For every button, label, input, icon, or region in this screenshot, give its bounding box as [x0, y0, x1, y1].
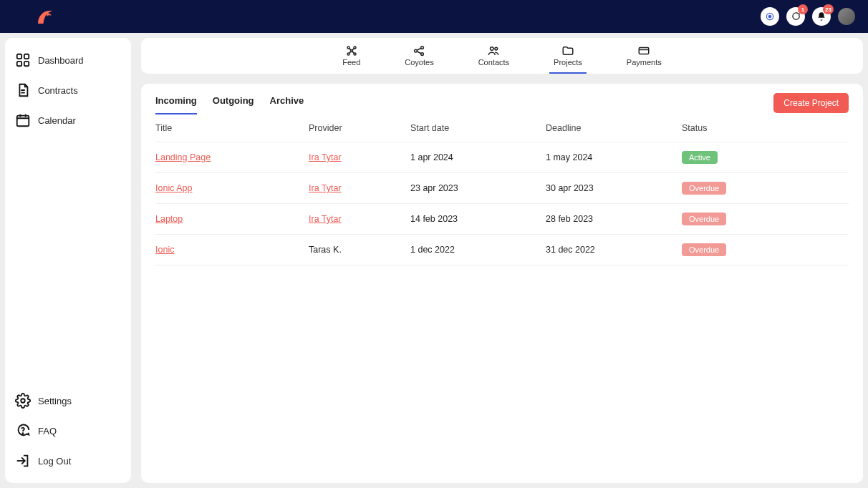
- svg-point-18: [495, 47, 498, 50]
- col-title: Title: [155, 123, 309, 133]
- projects-table: Title Provider Start date Deadline Statu…: [141, 114, 863, 265]
- start-date: 1 dec 2022: [410, 245, 546, 255]
- sub-tabs: Incoming Outgoing Archive: [155, 91, 304, 114]
- folder-icon: [561, 44, 575, 57]
- status-badge: Overdue: [682, 243, 726, 256]
- col-provider: Provider: [309, 123, 410, 133]
- col-deadline: Deadline: [546, 123, 682, 133]
- project-title-link[interactable]: Landing Page: [155, 152, 211, 162]
- col-status: Status: [682, 123, 849, 133]
- status-badge: Active: [682, 151, 718, 164]
- col-start: Start date: [410, 123, 546, 133]
- logout-icon: [15, 453, 31, 469]
- deadline-date: 30 apr 2023: [546, 183, 682, 193]
- nav-tab-label: Contacts: [478, 58, 509, 67]
- nav-tab-contacts[interactable]: Contacts: [474, 38, 513, 74]
- svg-point-12: [354, 53, 356, 55]
- sidebar-item-settings[interactable]: Settings: [5, 386, 131, 416]
- status-badge: Overdue: [682, 213, 726, 225]
- avatar[interactable]: [838, 8, 855, 25]
- nav-tab-payments[interactable]: Payments: [622, 38, 666, 74]
- nav-tab-feed[interactable]: Feed: [338, 38, 365, 74]
- project-title-link[interactable]: Ionic App: [155, 183, 192, 193]
- target-icon-button[interactable]: [761, 7, 779, 26]
- sub-tab-archive[interactable]: Archive: [270, 91, 304, 114]
- nav-tab-label: Projects: [554, 58, 582, 67]
- sub-tab-outgoing[interactable]: Outgoing: [213, 91, 254, 114]
- svg-point-9: [347, 47, 349, 49]
- svg-point-17: [491, 47, 494, 50]
- svg-rect-4: [17, 62, 21, 66]
- svg-point-1: [768, 15, 771, 18]
- project-title-link[interactable]: Ionic: [155, 245, 174, 255]
- nav-tabs: Feed Coyotes Contacts Projects Payments: [141, 38, 863, 74]
- sidebar-item-dashboard[interactable]: Dashboard: [5, 45, 131, 75]
- svg-point-10: [354, 47, 356, 49]
- sub-tab-incoming[interactable]: Incoming: [155, 91, 197, 114]
- topbar-actions: 1 23: [761, 7, 855, 26]
- feed-icon: [344, 44, 359, 57]
- table-header: Title Provider Start date Deadline Statu…: [155, 114, 849, 142]
- provider-link[interactable]: Ira Tytar: [309, 152, 342, 162]
- sidebar-item-label: Settings: [38, 396, 72, 406]
- sidebar-item-contracts[interactable]: Contracts: [5, 75, 131, 105]
- notifications-icon-button[interactable]: 23: [812, 7, 831, 26]
- svg-rect-3: [24, 54, 29, 59]
- project-title-link[interactable]: Laptop: [155, 214, 183, 224]
- nav-tab-label: Coyotes: [405, 58, 433, 67]
- deadline-date: 1 may 2024: [546, 152, 682, 162]
- table-body: Landing PageIra Tytar1 apr 20241 may 202…: [155, 142, 849, 265]
- nav-tab-coyotes[interactable]: Coyotes: [400, 38, 438, 74]
- svg-point-11: [347, 53, 349, 55]
- grid-icon: [15, 52, 31, 68]
- provider-name: Taras K.: [309, 245, 342, 255]
- app-logo: [34, 6, 56, 27]
- notifications-badge: 23: [823, 4, 834, 14]
- nav-tab-label: Feed: [342, 58, 360, 67]
- sidebar-item-label: FAQ: [38, 426, 57, 436]
- sidebar-item-calendar[interactable]: Calendar: [5, 105, 131, 135]
- sidebar-item-label: Calendar: [38, 115, 76, 126]
- topbar: 1 23: [0, 0, 868, 33]
- svg-point-8: [22, 433, 23, 434]
- sidebar-item-label: Dashboard: [38, 55, 84, 66]
- sidebar-item-label: Contracts: [38, 85, 78, 96]
- start-date: 1 apr 2024: [410, 152, 546, 162]
- nav-tab-label: Payments: [627, 58, 662, 67]
- provider-link[interactable]: Ira Tytar: [309, 214, 342, 224]
- deadline-date: 28 feb 2023: [546, 214, 682, 224]
- messages-badge: 1: [798, 4, 808, 14]
- provider-link[interactable]: Ira Tytar: [309, 183, 342, 193]
- svg-rect-2: [17, 54, 21, 59]
- sidebar-primary-group: Dashboard Contracts Calendar: [5, 45, 131, 135]
- calendar-icon: [15, 112, 31, 128]
- svg-rect-19: [640, 47, 650, 54]
- status-badge: Overdue: [682, 182, 726, 195]
- help-icon: [15, 423, 31, 439]
- table-row: IonicTaras K.1 dec 202231 dec 2022Overdu…: [155, 235, 849, 265]
- gear-icon: [15, 393, 31, 409]
- start-date: 23 apr 2023: [410, 183, 546, 193]
- card-icon: [637, 44, 651, 57]
- sidebar-item-label: Log Out: [38, 456, 71, 467]
- main-layout: Dashboard Contracts Calendar Settings FA…: [0, 33, 868, 488]
- table-row: LaptopIra Tytar14 feb 202328 feb 2023Ove…: [155, 204, 849, 235]
- projects-panel: Incoming Outgoing Archive Create Project…: [141, 84, 863, 483]
- panel-header: Incoming Outgoing Archive Create Project: [141, 84, 863, 114]
- users-icon: [486, 44, 501, 57]
- sidebar-item-logout[interactable]: Log Out: [5, 446, 131, 476]
- table-row: Landing PageIra Tytar1 apr 20241 may 202…: [155, 142, 849, 173]
- svg-point-7: [21, 399, 25, 403]
- messages-icon-button[interactable]: 1: [786, 7, 805, 26]
- svg-point-13: [350, 49, 352, 52]
- start-date: 14 feb 2023: [410, 214, 546, 224]
- deadline-date: 31 dec 2022: [546, 245, 682, 255]
- sidebar-secondary-group: Settings FAQ Log Out: [5, 386, 131, 476]
- sidebar-item-faq[interactable]: FAQ: [5, 416, 131, 446]
- nav-tab-projects[interactable]: Projects: [549, 38, 587, 74]
- table-row: Ionic AppIra Tytar23 apr 202330 apr 2023…: [155, 173, 849, 204]
- document-icon: [15, 82, 31, 98]
- create-project-button[interactable]: Create Project: [773, 93, 849, 113]
- svg-rect-6: [17, 116, 29, 127]
- sidebar: Dashboard Contracts Calendar Settings FA…: [5, 38, 131, 483]
